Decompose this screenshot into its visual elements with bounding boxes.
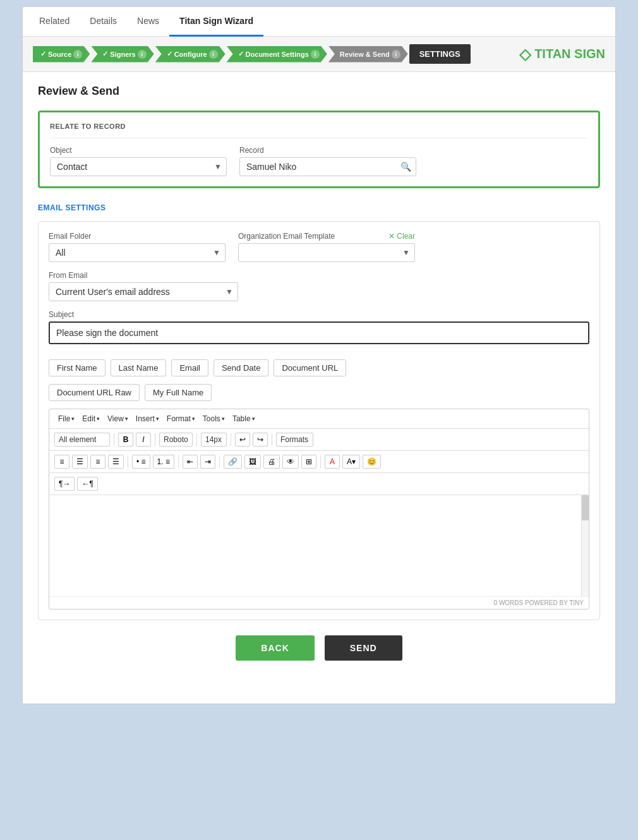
step-review-send[interactable]: Review & Send i bbox=[328, 46, 408, 63]
tab-details[interactable]: Details bbox=[80, 7, 127, 37]
rtl-button[interactable]: ←¶ bbox=[77, 477, 97, 491]
ltr-button[interactable]: ¶→ bbox=[54, 477, 75, 491]
email-folder-group: Email Folder All ▼ bbox=[49, 232, 226, 262]
menu-insert[interactable]: Insert ▾ bbox=[132, 413, 163, 424]
from-email-select-wrapper: Current User's email address ▼ bbox=[49, 282, 238, 301]
editor-body[interactable] bbox=[49, 495, 581, 596]
step-signers[interactable]: ✓ Signers i bbox=[91, 46, 153, 63]
menu-tools[interactable]: Tools ▾ bbox=[199, 413, 229, 424]
align-center-button[interactable]: ☰ bbox=[72, 455, 88, 469]
link-button[interactable]: 🔗 bbox=[224, 455, 242, 469]
check-icon: ✓ bbox=[40, 50, 46, 58]
emoji-button[interactable]: 😊 bbox=[363, 455, 381, 469]
email-folder-select[interactable]: All bbox=[49, 243, 226, 262]
tag-documenturlraw-button[interactable]: Document URL Raw bbox=[49, 384, 140, 401]
check-icon-signers: ✓ bbox=[102, 50, 108, 58]
tag-myfullname-button[interactable]: My Full Name bbox=[145, 384, 212, 401]
editor-scrollbar[interactable] bbox=[581, 495, 589, 596]
from-email-label: From Email bbox=[49, 271, 589, 280]
org-template-group: Organization Email Template ✕ Clear ▼ bbox=[238, 232, 415, 262]
info-icon-review: i bbox=[392, 50, 400, 59]
element-select[interactable]: All element bbox=[54, 433, 110, 447]
subject-input[interactable] bbox=[49, 321, 589, 344]
tag-email-button[interactable]: Email bbox=[171, 359, 208, 376]
editor-footer: 0 WORDS POWERED BY TINY bbox=[49, 596, 589, 609]
tab-bar: Related Details News Titan Sign Wizard bbox=[23, 7, 615, 37]
tag-buttons-row2: Document URL Raw My Full Name bbox=[49, 384, 589, 401]
email-settings-label: EMAIL SETTINGS bbox=[38, 203, 600, 212]
org-template-select-wrapper: ▼ bbox=[238, 243, 415, 262]
clear-x-icon: ✕ bbox=[388, 232, 395, 241]
editor-toolbar-1: All element B I Roboto bbox=[49, 429, 589, 451]
wizard-bar: ✓ Source i ✓ Signers i ✓ Configure i ✓ D… bbox=[23, 37, 615, 72]
step-source[interactable]: ✓ Source i bbox=[33, 46, 90, 63]
highlight-button[interactable]: A▾ bbox=[342, 455, 360, 469]
main-content: Review & Send RELATE TO RECORD Object Co… bbox=[23, 72, 615, 704]
tab-titan-sign-wizard[interactable]: Titan Sign Wizard bbox=[169, 7, 263, 37]
formats-select[interactable]: Formats bbox=[276, 433, 313, 447]
unordered-list-button[interactable]: • ≡ bbox=[132, 455, 150, 469]
tag-senddate-button[interactable]: Send Date bbox=[214, 359, 268, 376]
subject-group: Subject bbox=[49, 310, 589, 352]
relate-form-row: Object Contact ▼ Record 🔍 bbox=[50, 146, 588, 176]
wizard-steps: ✓ Source i ✓ Signers i ✓ Configure i ✓ D… bbox=[33, 44, 478, 64]
check-icon-doc: ✓ bbox=[238, 50, 244, 58]
tab-related[interactable]: Related bbox=[29, 7, 80, 37]
clear-button[interactable]: ✕ Clear bbox=[388, 232, 415, 241]
menu-view[interactable]: View ▾ bbox=[104, 413, 132, 424]
org-template-label: Organization Email Template bbox=[238, 232, 335, 241]
menu-insert-arrow-icon: ▾ bbox=[156, 416, 159, 422]
step-doc-settings[interactable]: ✓ Document Settings i bbox=[227, 46, 327, 63]
menu-edit[interactable]: Edit ▾ bbox=[78, 413, 104, 424]
tab-news[interactable]: News bbox=[127, 7, 169, 37]
record-label: Record bbox=[239, 146, 416, 155]
preview-button[interactable]: 👁 bbox=[282, 455, 299, 469]
editor-container: File ▾ Edit ▾ View ▾ Insert ▾ Format ▾ T… bbox=[49, 409, 589, 609]
separator-9 bbox=[320, 455, 321, 468]
align-right-button[interactable]: ≡ bbox=[90, 455, 105, 469]
org-template-select[interactable] bbox=[238, 243, 415, 262]
indent-button[interactable]: ⇥ bbox=[200, 455, 215, 469]
outdent-button[interactable]: ⇤ bbox=[183, 455, 198, 469]
step-configure[interactable]: ✓ Configure i bbox=[155, 46, 226, 63]
size-select[interactable]: 14px bbox=[201, 433, 227, 447]
step-configure-label: Configure bbox=[174, 51, 207, 58]
font-select[interactable]: Roboto bbox=[159, 433, 193, 447]
ordered-list-button[interactable]: 1. ≡ bbox=[153, 455, 174, 469]
separator-4 bbox=[231, 433, 231, 446]
redo-button[interactable]: ↪ bbox=[253, 433, 268, 447]
menu-table[interactable]: Table ▾ bbox=[229, 413, 259, 424]
wizard-brand: ◇ TITAN SIGN bbox=[519, 45, 605, 63]
table-insert-button[interactable]: ⊞ bbox=[301, 455, 316, 469]
settings-button[interactable]: SETTINGS bbox=[409, 44, 471, 64]
from-email-row: From Email Current User's email address … bbox=[49, 271, 589, 301]
editor-body-wrapper bbox=[49, 495, 589, 596]
editor-toolbar-3: ¶→ ←¶ bbox=[49, 473, 589, 495]
menu-format[interactable]: Format ▾ bbox=[163, 413, 199, 424]
menu-file[interactable]: File ▾ bbox=[54, 413, 78, 424]
object-select[interactable]: Contact bbox=[50, 157, 227, 176]
font-color-button[interactable]: A bbox=[325, 455, 340, 469]
print-button[interactable]: 🖨 bbox=[263, 455, 280, 469]
info-icon-configure: i bbox=[209, 50, 218, 59]
step-source-label: Source bbox=[48, 51, 71, 58]
tag-firstname-button[interactable]: First Name bbox=[49, 359, 105, 376]
object-field-group: Object Contact ▼ bbox=[50, 146, 227, 176]
italic-button[interactable]: I bbox=[136, 433, 151, 447]
record-input[interactable] bbox=[239, 157, 416, 176]
image-button[interactable]: 🖼 bbox=[244, 455, 261, 469]
align-left-button[interactable]: ≡ bbox=[54, 455, 69, 469]
email-row-1: Email Folder All ▼ Organization Email Te… bbox=[49, 232, 589, 262]
step-signers-label: Signers bbox=[110, 51, 135, 58]
from-email-select[interactable]: Current User's email address bbox=[49, 282, 238, 301]
bold-button[interactable]: B bbox=[118, 433, 133, 447]
tag-lastname-button[interactable]: Last Name bbox=[111, 359, 167, 376]
undo-button[interactable]: ↩ bbox=[235, 433, 250, 447]
send-button[interactable]: SEND bbox=[325, 635, 402, 661]
align-justify-button[interactable]: ☰ bbox=[108, 455, 124, 469]
back-button[interactable]: BACK bbox=[236, 635, 314, 661]
separator-6 bbox=[128, 455, 128, 468]
step-doc-settings-label: Document Settings bbox=[246, 51, 309, 58]
tag-documenturl-button[interactable]: Document URL bbox=[274, 359, 346, 376]
separator-5 bbox=[272, 433, 272, 446]
